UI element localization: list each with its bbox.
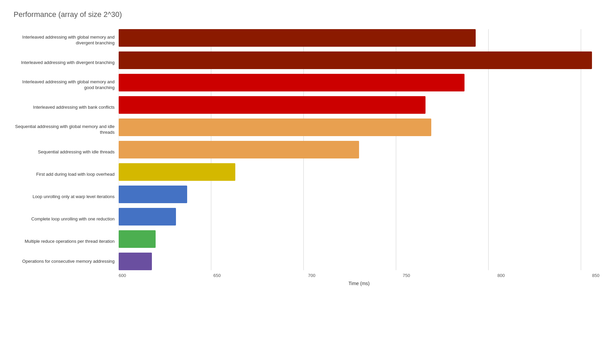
x-tick: 600 <box>119 273 126 278</box>
bar <box>119 253 152 270</box>
y-labels: Interleaved addressing with global memor… <box>14 29 119 270</box>
chart-title: Performance (array of size 2^30) <box>14 10 599 19</box>
y-label: Complete loop unrolling with one reducti… <box>14 208 119 230</box>
x-axis-label: Time (ms) <box>119 281 599 286</box>
bar <box>119 141 359 158</box>
bars-section <box>119 29 599 270</box>
bar-row <box>119 186 599 203</box>
chart-container: Interleaved addressing with global memor… <box>14 29 599 286</box>
x-tick: 800 <box>497 273 505 278</box>
y-label: Loop unrolling only at warp level iterat… <box>14 186 119 208</box>
bar <box>119 163 235 181</box>
y-label: Interleaved addressing with divergent br… <box>14 51 119 74</box>
bar <box>119 186 187 203</box>
y-label: Multiple reduce operations per thread it… <box>14 230 119 253</box>
bar <box>119 29 476 47</box>
bar-row <box>119 208 599 226</box>
y-label: Sequential addressing with idle threads <box>14 141 119 163</box>
x-tick: 850 <box>592 273 599 278</box>
x-ticks: 600650700750800850 <box>119 270 599 278</box>
bar-row <box>119 51 599 69</box>
y-label: Interleaved addressing with global memor… <box>14 29 119 51</box>
bar <box>119 208 176 226</box>
bar <box>119 74 464 91</box>
bar <box>119 119 431 136</box>
y-label: Interleaved addressing with bank conflic… <box>14 96 119 119</box>
bar-row <box>119 96 599 114</box>
x-axis-area: 600650700750800850 Time (ms) <box>119 270 599 286</box>
bar <box>119 96 426 114</box>
bar-row <box>119 253 599 270</box>
bar-row <box>119 29 599 47</box>
bar-row <box>119 119 599 136</box>
chart-area: Interleaved addressing with global memor… <box>14 29 599 270</box>
bar-row <box>119 163 599 181</box>
bar <box>119 51 592 69</box>
y-label: First add during load with loop overhead <box>14 163 119 186</box>
bar-row <box>119 230 599 248</box>
y-label: Operations for consecutive memory addres… <box>14 253 119 270</box>
bar-row <box>119 141 599 158</box>
y-label: Interleaved addressing with global memor… <box>14 74 119 96</box>
y-label: Sequential addressing with global memory… <box>14 119 119 141</box>
x-tick: 700 <box>308 273 316 278</box>
x-tick: 750 <box>403 273 410 278</box>
bar <box>119 230 156 248</box>
x-tick: 650 <box>213 273 221 278</box>
bar-row <box>119 74 599 91</box>
